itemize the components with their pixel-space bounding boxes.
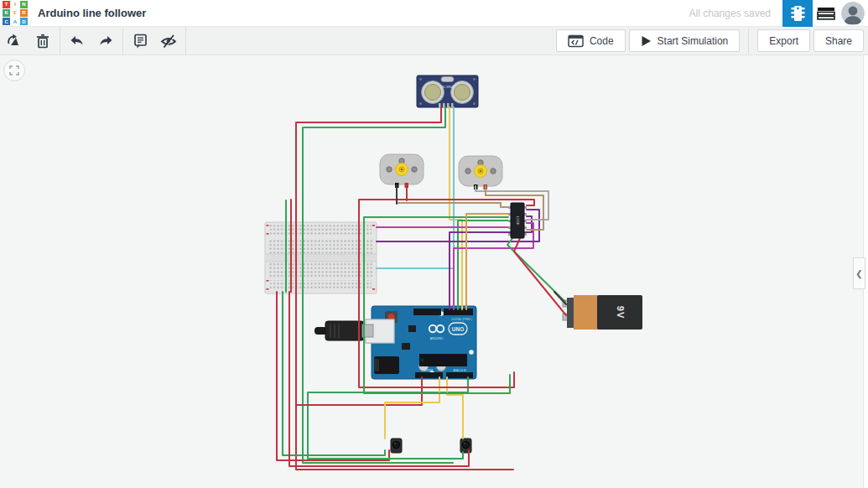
circuit-canvas[interactable]: DIGITAL (PWM~) UNO ARDUINO POWER ANALOG … [0,55,868,488]
usb-cable[interactable] [314,319,394,343]
battery-9v[interactable]: 9V [563,295,642,330]
component-list-button[interactable] [813,0,839,27]
header: TINKERCAD Arduino line follower All chan… [0,0,868,27]
toolbar-separator [748,29,749,54]
wire-tan[interactable] [397,203,508,207]
battery-label: 9V [616,306,626,319]
arduino-digital-label: DIGITAL (PWM~) [451,318,472,321]
logo-tile-n: N [20,1,28,8]
logo-tile-k: K [3,9,10,17]
tinkercad-logo[interactable]: TINKERCAD [3,1,28,26]
list-icon [816,5,836,22]
arduino-brand-label: ARDUINO [430,337,444,340]
wire-green[interactable] [308,377,468,459]
save-status: All changes saved [689,8,771,19]
chip-icon [787,3,808,23]
arduino-uno-label: UNO [452,326,464,332]
dc-motor-right[interactable] [459,156,502,189]
redo-icon [97,34,114,49]
code-button-label: Code [590,35,614,47]
wire-cyan[interactable] [377,107,454,268]
breadboard[interactable] [265,222,377,293]
logo-tile-i: I [11,1,18,8]
rotate-icon [6,33,23,49]
arduino-power-label: POWER [424,369,434,372]
play-icon [641,35,652,47]
code-icon [568,34,584,48]
start-simulation-button[interactable]: Start Simulation [629,29,741,52]
user-icon [841,2,865,25]
toggle-visibility-button[interactable] [155,29,182,54]
logo-tile-r: R [20,9,28,17]
trash-icon [34,33,51,49]
start-simulation-label: Start Simulation [657,35,729,47]
circuit-svg: DIGITAL (PWM~) UNO ARDUINO POWER ANALOG … [0,55,868,488]
hbridge-label: L293D [516,216,519,226]
toolbar: Code Start Simulation Export Share [0,27,868,55]
code-button[interactable]: Code [556,29,626,52]
arduino-analog-label: ANALOG IN [453,369,465,372]
delete-button[interactable] [29,29,56,54]
chevron-left-icon: ❮ [855,269,862,278]
dc-motor-left[interactable] [380,154,424,188]
wire-yellow[interactable] [447,377,463,439]
logo-tile-t: T [3,1,10,8]
wire-green[interactable] [283,292,385,455]
ir-sensor-left[interactable] [391,439,402,453]
logo-tile-c: C [3,18,10,25]
logo-tile-e: E [11,9,18,17]
redo-button[interactable] [92,29,119,54]
zoom-to-fit-button[interactable] [3,60,25,81]
export-button-label: Export [769,35,798,47]
project-title[interactable]: Arduino line follower [38,7,146,19]
wire-orange[interactable] [466,214,508,309]
wire-yellow[interactable] [385,377,439,439]
logo-tile-d: D [20,18,28,25]
share-button-label: Share [825,35,852,47]
logo-tile-a: A [11,18,18,25]
components-panel-toggle[interactable]: ❮ [853,257,865,289]
undo-button[interactable] [64,29,91,54]
notes-button[interactable] [127,29,153,54]
hide-icon [159,33,178,49]
toolbar-separator [60,27,60,55]
toolbar-separator [122,27,123,55]
toolbar-separator [185,27,186,55]
undo-icon [69,34,86,49]
share-button[interactable]: Share [813,29,864,52]
export-button[interactable]: Export [757,29,810,52]
fit-view-icon [9,65,19,75]
ir-sensor-right[interactable] [460,439,471,453]
notes-icon [132,32,148,49]
rotate-button[interactable] [1,29,28,54]
avatar[interactable] [841,2,865,25]
h-bridge-ic[interactable]: L293D [508,203,527,238]
ultrasonic-label: HC-SR04 [441,86,454,89]
circuits-view-button[interactable] [782,0,813,27]
ultrasonic-sensor[interactable]: HC-SR04 [417,75,478,108]
wire-yellow[interactable] [450,107,462,309]
